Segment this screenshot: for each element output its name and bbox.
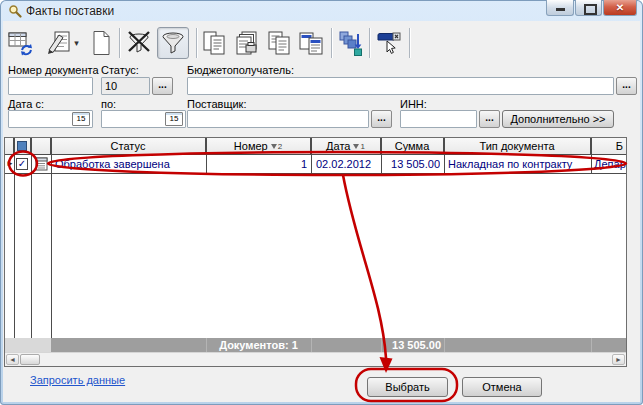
column-header-amount[interactable]: Сумма [381, 138, 444, 155]
row-checkbox[interactable]: ✓ [16, 158, 28, 170]
scrollbar-thumb[interactable] [20, 354, 40, 365]
ellipsis-icon: ... [158, 79, 166, 90]
dialog-window: Факты поставки ✕ [0, 0, 643, 405]
window-icon [8, 4, 22, 18]
edit-document-button[interactable]: ▾ [43, 27, 83, 59]
document-icon [35, 157, 48, 171]
column-header-label: Тип документа [479, 140, 554, 152]
cancel-button[interactable]: Отмена [462, 377, 542, 397]
column-header-label: Статус [111, 140, 146, 152]
copy-icon [202, 30, 228, 56]
column-header-label: Номер [234, 140, 268, 152]
budget-recipient-input[interactable] [187, 77, 614, 95]
checkbox-column-header[interactable] [14, 138, 31, 155]
copy-pages-button[interactable] [264, 27, 294, 59]
date-to-calendar-button[interactable]: 15 [165, 112, 183, 126]
ellipsis-icon: ... [485, 112, 493, 123]
column-header-doctype[interactable]: Тип документа [444, 138, 591, 155]
budget-recipient-lookup-button[interactable]: ... [616, 77, 637, 95]
icon-column-header [31, 138, 51, 155]
doc-number-label: Номер документа [8, 64, 99, 76]
cell-number: 1 [206, 156, 307, 173]
copy-pages-icon [266, 30, 292, 56]
summary-left-cells [5, 338, 51, 353]
grid-line [206, 138, 207, 173]
grid-line [311, 138, 312, 173]
cell-budget: Департа [594, 156, 626, 173]
grid-line [444, 138, 445, 173]
horizontal-scrollbar[interactable]: ◄ ► [5, 352, 626, 366]
minimize-button[interactable] [546, 0, 574, 16]
date-from-calendar-button[interactable]: 15 [72, 112, 90, 126]
sort-order-badge: 1 [360, 142, 364, 151]
scroll-left-button[interactable]: ◄ [6, 354, 19, 365]
column-header-label: Дата [326, 140, 350, 152]
copy-button[interactable] [200, 27, 230, 59]
documents-grid: Статус Номер2 Дата1 Сумма Тип документа … [4, 137, 627, 367]
window-controls: ✕ [545, 0, 637, 16]
scroll-right-icon: ► [615, 356, 622, 363]
minimize-icon [556, 8, 565, 11]
band-separator [444, 338, 445, 353]
status-label: Статус: [101, 64, 139, 76]
sort-order-badge: 2 [278, 142, 282, 151]
maximize-button[interactable] [575, 0, 602, 16]
column-header-budget[interactable]: Б [591, 138, 626, 155]
checkmark-icon: ✓ [18, 158, 26, 169]
grid-line [591, 138, 592, 173]
column-header-date[interactable]: Дата1 [311, 138, 381, 155]
toolbar-separator [369, 28, 370, 58]
print-stack-button[interactable] [232, 27, 262, 59]
inn-lookup-button[interactable]: ... [479, 110, 500, 128]
merge-documents-button[interactable] [296, 27, 326, 59]
filter-button[interactable] [157, 27, 189, 59]
edit-dropdown-icon[interactable]: ▾ [74, 38, 79, 48]
clear-filter-icon [125, 29, 153, 57]
close-window-button[interactable] [374, 27, 404, 59]
ellipsis-icon: ... [622, 79, 630, 90]
select-all-icon [17, 141, 27, 151]
more-options-button[interactable]: Дополнительно >> [502, 110, 614, 128]
column-header-label: Сумма [395, 140, 430, 152]
cell-status: Обработка завершена [51, 156, 206, 173]
maximize-icon [584, 4, 597, 15]
band-separator [311, 338, 312, 353]
select-button[interactable]: Выбрать [367, 377, 448, 397]
window-title: Факты поставки [26, 4, 114, 18]
column-header-label: Б [616, 140, 623, 152]
export-button[interactable] [336, 27, 366, 59]
clear-filter-button[interactable] [124, 27, 154, 59]
toolbar-separator [331, 28, 332, 58]
new-document-button[interactable] [86, 27, 116, 59]
cell-date: 02.02.2012 [311, 156, 381, 173]
close-button[interactable]: ✕ [603, 0, 637, 16]
inn-input[interactable] [400, 110, 477, 128]
inn-label: ИНН: [400, 98, 427, 110]
request-data-link[interactable]: Запросить данные [30, 374, 125, 386]
print-stack-icon [234, 30, 260, 56]
doc-number-input[interactable] [8, 77, 93, 95]
column-header-number[interactable]: Номер2 [206, 138, 311, 155]
sort-desc-icon [271, 144, 277, 149]
date-from-label: Дата с: [8, 98, 44, 110]
close-window-icon [376, 30, 402, 56]
status-input[interactable] [101, 77, 150, 95]
refresh-button[interactable] [6, 27, 36, 59]
documents-count: Документов: 1 [206, 338, 311, 353]
edit-document-icon [47, 30, 73, 56]
status-lookup-button[interactable]: ... [152, 77, 173, 95]
current-row-icon: ► [6, 159, 14, 168]
scroll-right-button[interactable]: ► [612, 354, 625, 365]
budget-recipient-label: Бюджетополучатель: [187, 64, 294, 76]
supplier-label: Поставщик: [187, 98, 246, 110]
supplier-input[interactable] [187, 110, 369, 128]
grid-line [5, 173, 626, 174]
supplier-lookup-button[interactable]: ... [371, 110, 392, 128]
column-header-status[interactable]: Статус [51, 138, 206, 155]
summary-total: 13 505.00 [381, 338, 441, 353]
scroll-left-icon: ◄ [9, 356, 16, 363]
calendar-icon: 15 [77, 114, 86, 123]
merge-documents-icon [298, 30, 324, 56]
date-to-label: по: [101, 98, 116, 110]
grid-line [381, 138, 382, 173]
